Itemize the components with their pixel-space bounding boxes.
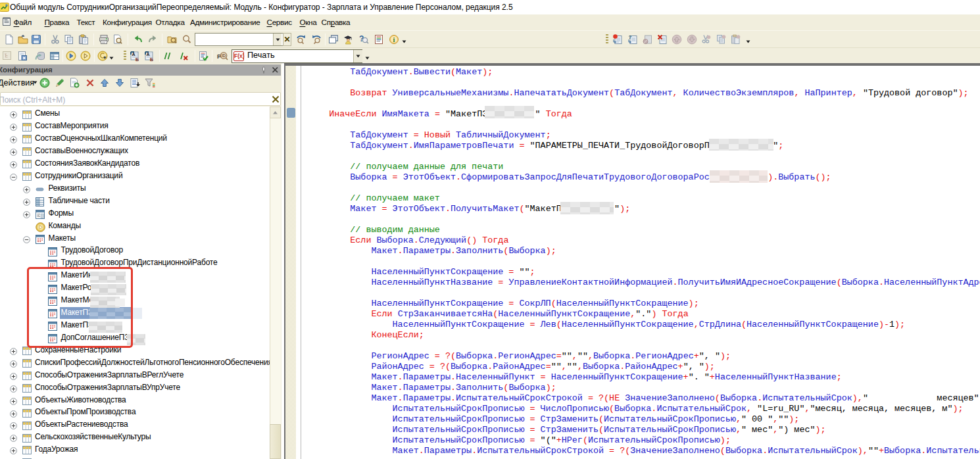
svg-text:А: А	[147, 52, 150, 57]
svg-text:Б: Б	[135, 57, 139, 62]
svg-text:ID: ID	[222, 53, 226, 58]
svg-text:Б: Б	[150, 57, 153, 62]
svg-text:?: ?	[629, 34, 632, 40]
svg-text:i: i	[393, 36, 395, 43]
svg-text:А: А	[132, 52, 135, 57]
